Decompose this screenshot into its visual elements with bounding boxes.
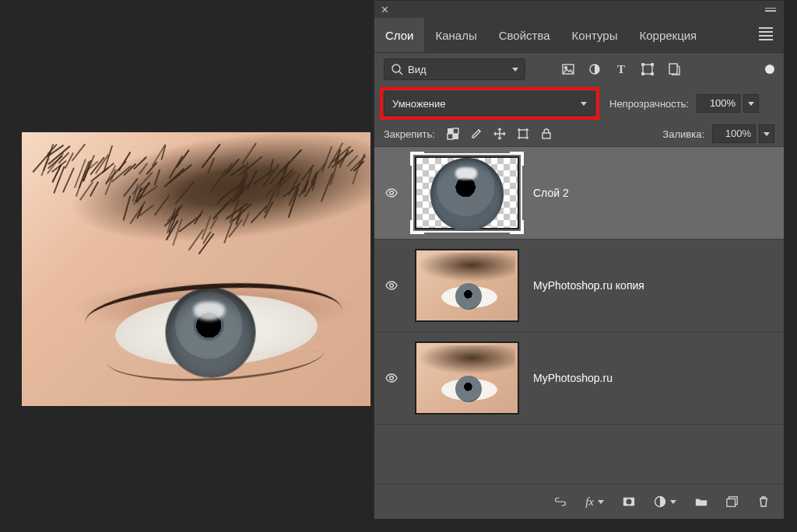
lock-all-icon[interactable] (539, 127, 553, 141)
layers-list: Слой 2MyPhotoshop.ru копияMyPhotoshop.ru (374, 146, 784, 484)
tab-контуры[interactable]: Контуры (561, 18, 629, 52)
chevron-down-icon (512, 68, 518, 72)
svg-rect-14 (448, 134, 453, 139)
collapse-icon[interactable] (765, 6, 778, 13)
visibility-toggle[interactable] (385, 372, 401, 384)
smart-icon[interactable] (667, 62, 681, 76)
filter-row: Вид T (374, 53, 784, 86)
layer-row[interactable]: MyPhotoshop.ru копия (374, 240, 784, 332)
blend-mode-dropdown[interactable]: Умножение (384, 91, 595, 116)
svg-point-3 (565, 67, 567, 69)
close-icon[interactable]: ✕ (381, 4, 389, 16)
svg-point-9 (651, 73, 654, 75)
lock-artboard-icon[interactable] (516, 127, 530, 141)
svg-rect-10 (669, 64, 677, 74)
svg-line-1 (399, 72, 402, 75)
svg-rect-15 (519, 130, 527, 138)
layers-panel: ✕ СлоиКаналыСвойстваКонтурыКоррекция Вид… (374, 0, 785, 520)
blend-mode-value: Умножение (392, 98, 445, 110)
new-layer-icon[interactable] (726, 495, 739, 508)
visibility-toggle[interactable] (385, 279, 401, 292)
filter-toggle[interactable] (765, 65, 774, 74)
fill-label: Заливка: (662, 128, 704, 140)
panel-menu-button[interactable] (748, 25, 784, 45)
mask-icon[interactable] (623, 495, 635, 508)
svg-point-18 (390, 284, 394, 288)
layer-filter-dropdown[interactable]: Вид (384, 58, 525, 80)
tab-каналы[interactable]: Каналы (424, 18, 487, 52)
lock-move-icon[interactable] (493, 127, 507, 141)
lock-pixels-icon[interactable] (446, 127, 460, 141)
link-icon[interactable] (554, 495, 567, 508)
svg-rect-5 (643, 65, 652, 74)
opacity-label: Непрозрачность: (609, 98, 689, 110)
lock-label: Закрепить: (384, 128, 435, 140)
tab-коррекция[interactable]: Коррекция (628, 18, 707, 52)
svg-point-7 (651, 64, 654, 66)
layer-type-filters: T (561, 62, 681, 76)
document-canvas[interactable] (22, 132, 370, 406)
visibility-toggle[interactable] (385, 187, 401, 199)
layer-name[interactable]: MyPhotoshop.ru копия (533, 279, 644, 292)
svg-rect-13 (453, 128, 458, 134)
svg-point-17 (390, 191, 394, 195)
svg-point-0 (392, 65, 400, 72)
svg-point-19 (390, 376, 394, 380)
svg-rect-11 (448, 128, 453, 134)
layer-thumbnail[interactable] (415, 156, 519, 229)
search-icon (391, 63, 403, 75)
svg-point-8 (642, 73, 644, 75)
layer-thumbnail[interactable] (415, 249, 519, 322)
lock-row: Закрепить: Заливка: 100% (374, 121, 784, 146)
layer-thumbnail[interactable] (415, 341, 519, 415)
adjustment-icon[interactable] (654, 495, 676, 508)
lock-brush-icon[interactable] (469, 127, 483, 141)
fx-icon[interactable]: fx (585, 495, 604, 509)
svg-rect-16 (542, 133, 550, 138)
fill-field[interactable]: 100% (712, 124, 774, 143)
svg-rect-12 (453, 134, 458, 139)
layer-name[interactable]: MyPhotoshop.ru (533, 372, 613, 384)
trash-icon[interactable] (757, 495, 770, 508)
panel-tabs: СлоиКаналыСвойстваКонтурыКоррекция (374, 18, 784, 53)
svg-point-21 (626, 499, 631, 504)
group-icon[interactable] (695, 495, 707, 508)
tab-свойства[interactable]: Свойства (488, 18, 561, 52)
panel-footer: fx (374, 484, 784, 519)
shape-icon[interactable] (641, 62, 655, 76)
layer-name[interactable]: Слой 2 (533, 187, 569, 199)
layer-row[interactable]: Слой 2 (374, 147, 784, 240)
opacity-field[interactable]: 100% (697, 94, 759, 113)
fill-stepper[interactable] (759, 124, 774, 143)
svg-rect-24 (727, 499, 736, 506)
layer-row[interactable]: MyPhotoshop.ru (374, 332, 784, 425)
chevron-down-icon (581, 102, 587, 106)
blend-row: Умножение Непрозрачность: 100% (374, 86, 784, 121)
opacity-stepper[interactable] (743, 94, 759, 113)
panel-titlebar: ✕ (374, 1, 784, 18)
tab-слои[interactable]: Слои (374, 18, 424, 52)
filter-label: Вид (408, 64, 427, 75)
text-icon[interactable]: T (614, 62, 628, 76)
adjust-icon[interactable] (588, 62, 602, 76)
opacity-value: 100% (697, 94, 740, 113)
svg-point-6 (642, 64, 644, 66)
fill-value: 100% (712, 124, 756, 143)
image-icon[interactable] (561, 62, 575, 76)
